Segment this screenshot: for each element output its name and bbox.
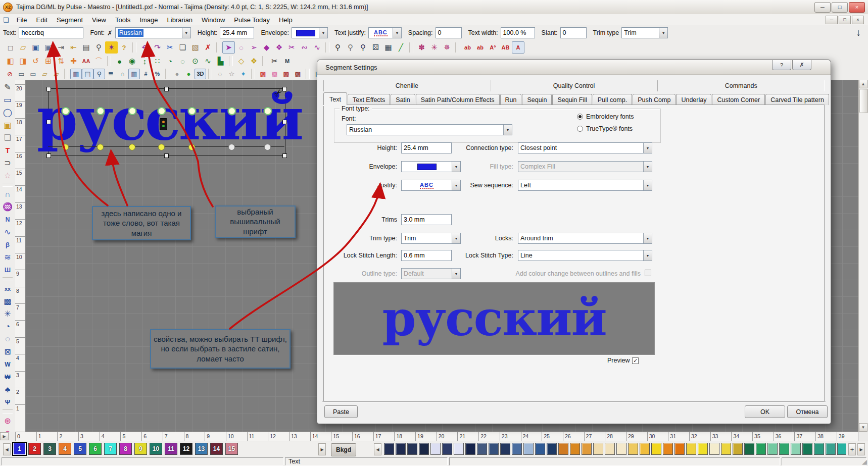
justify-combo[interactable]: ABC▼: [368, 27, 402, 38]
knot-arrow-icon[interactable]: ⊕: [1, 427, 14, 432]
palette-color-swatch[interactable]: [454, 443, 464, 455]
letter-a-box-icon[interactable]: A: [512, 41, 524, 54]
ok-button[interactable]: OK: [745, 405, 785, 418]
thread-swatch-6[interactable]: 6: [89, 443, 102, 455]
selection-handle[interactable]: [282, 153, 287, 158]
chevron-down-icon[interactable]: ▼: [319, 28, 327, 38]
letter-spacing-icon[interactable]: AA: [80, 55, 92, 67]
tab-text-effects[interactable]: Text Effects: [348, 94, 390, 105]
scroll-up-icon[interactable]: ▲: [859, 80, 867, 88]
slant-input[interactable]: 0: [560, 27, 587, 38]
thread-swatch-9[interactable]: 9: [134, 443, 147, 455]
palette-color-swatch[interactable]: [814, 443, 824, 455]
baseline-node[interactable]: [129, 144, 135, 150]
thread-swatch-1[interactable]: 1: [13, 443, 26, 455]
selection-handle[interactable]: [46, 87, 51, 91]
baseline-node[interactable]: [188, 144, 195, 150]
font-delete-icon[interactable]: ✗: [107, 29, 113, 37]
palette-color-swatch[interactable]: [582, 443, 592, 455]
menu-window[interactable]: Window: [197, 15, 229, 25]
tab-text[interactable]: Text: [323, 92, 347, 105]
print-icon[interactable]: ▤: [80, 41, 92, 54]
connection-type-combo[interactable]: Closest point▼: [518, 142, 652, 153]
pattern-fill-icon[interactable]: ▩: [1, 295, 14, 307]
baseline-node[interactable]: [228, 144, 235, 150]
close-button[interactable]: ×: [849, 2, 865, 13]
apply-down-arrow-icon[interactable]: ↓: [852, 27, 865, 38]
dashed-circle-icon[interactable]: ◌: [176, 55, 189, 67]
save-icon[interactable]: ▣: [29, 41, 42, 54]
add-color-button[interactable]: +: [848, 443, 856, 455]
reshape-icon[interactable]: ❖: [273, 41, 285, 54]
mdi-restore-button[interactable]: □: [839, 16, 851, 24]
palette-color-swatch[interactable]: [407, 443, 417, 455]
print-preview-icon[interactable]: ⚲: [92, 41, 105, 54]
undo-icon[interactable]: ↶: [138, 41, 151, 54]
tab-underlay[interactable]: Underlay: [676, 94, 711, 105]
measure-icon[interactable]: ╱: [395, 41, 407, 54]
delete-icon[interactable]: ✗: [202, 41, 214, 54]
height-input[interactable]: 25.4 mm: [220, 27, 254, 38]
palette-color-swatch[interactable]: [733, 443, 743, 455]
bean-edit-icon[interactable]: ∾: [298, 41, 311, 54]
merge-icon[interactable]: ⊞: [42, 55, 55, 67]
bean-stitch-icon[interactable]: β: [1, 238, 14, 251]
curve-tool-icon[interactable]: ∿: [202, 55, 214, 67]
letters-ab-accent-icon[interactable]: ab: [474, 41, 487, 54]
split-segment-icon[interactable]: ✂: [285, 41, 298, 54]
zoom-out-icon[interactable]: ⚲: [344, 41, 357, 54]
palette-color-swatch[interactable]: [744, 443, 754, 455]
dialog-title-bar[interactable]: Segment Settings: [317, 60, 831, 75]
dialog-close-button[interactable]: ✗: [792, 60, 811, 70]
no-entry-icon[interactable]: ⊘: [4, 69, 16, 79]
palette-color-swatch[interactable]: [802, 443, 812, 455]
tab-sequin[interactable]: Sequin: [522, 94, 552, 105]
view-design-icon[interactable]: ▦: [70, 69, 82, 79]
text-input[interactable]: heccrbq: [19, 27, 83, 38]
thread-swatch-13[interactable]: 13: [195, 443, 208, 455]
corner-block-icon[interactable]: ▙: [214, 55, 227, 67]
scroll-right-icon[interactable]: ▶: [0, 432, 9, 440]
palette-color-swatch[interactable]: [442, 443, 452, 455]
dot-circle-icon[interactable]: ⊙: [189, 55, 202, 67]
control-point[interactable]: [228, 107, 236, 115]
pattern-dark-icon[interactable]: ▩: [280, 69, 292, 79]
start-point-icon[interactable]: ●: [113, 55, 126, 67]
palette-color-swatch[interactable]: [570, 443, 580, 455]
comb-stitch-icon[interactable]: Ш: [1, 264, 14, 276]
trims-input[interactable]: 3.0 mm: [401, 214, 452, 225]
stitch-ruler-icon[interactable]: ↕: [138, 55, 151, 67]
satin-fan-icon[interactable]: ∩: [1, 188, 14, 200]
thread-swatch-7[interactable]: 7: [104, 443, 117, 455]
menu-file[interactable]: File: [12, 15, 32, 25]
tab-sequin-fill[interactable]: Sequin Fill: [552, 94, 592, 105]
selection-handle[interactable]: [282, 120, 287, 124]
baseline-node[interactable]: [97, 144, 104, 150]
zoom-fit-icon[interactable]: ⚲: [357, 41, 369, 54]
3d-view-button[interactable]: 3D: [195, 69, 206, 79]
pulse-today-icon[interactable]: ✶: [105, 41, 118, 54]
control-point[interactable]: [264, 107, 272, 115]
palette-color-swatch[interactable]: [489, 443, 499, 455]
thread-swatch-15[interactable]: 15: [225, 443, 238, 455]
palette-color-swatch[interactable]: [686, 443, 696, 455]
selection-handle[interactable]: [46, 153, 51, 158]
palette-color-swatch[interactable]: [709, 443, 719, 455]
open-file-icon[interactable]: ▱: [17, 41, 29, 54]
column-left-icon[interactable]: ◧: [4, 55, 17, 67]
curve-edit-icon[interactable]: ∿: [311, 41, 323, 54]
rectangle-tool-icon[interactable]: ▭: [1, 93, 14, 106]
palette-color-swatch[interactable]: [384, 443, 394, 455]
paste-button[interactable]: Paste: [324, 405, 358, 418]
column-right-icon[interactable]: ◨: [17, 55, 29, 67]
palette-color-swatch[interactable]: [721, 443, 731, 455]
grid-view-icon[interactable]: ▦: [382, 41, 395, 54]
text-tool-icon[interactable]: T: [1, 144, 14, 157]
colors-scroll-left-icon[interactable]: ◀: [374, 443, 381, 455]
snowflake-tool-icon[interactable]: ✳: [1, 307, 14, 320]
selection-handle[interactable]: [282, 87, 287, 91]
tab-satin[interactable]: Satin: [391, 94, 415, 105]
dialog-help-button[interactable]: ?: [772, 60, 791, 70]
menu-librarian[interactable]: Librarian: [163, 15, 198, 25]
magnet-icon[interactable]: ⊃: [1, 157, 14, 169]
